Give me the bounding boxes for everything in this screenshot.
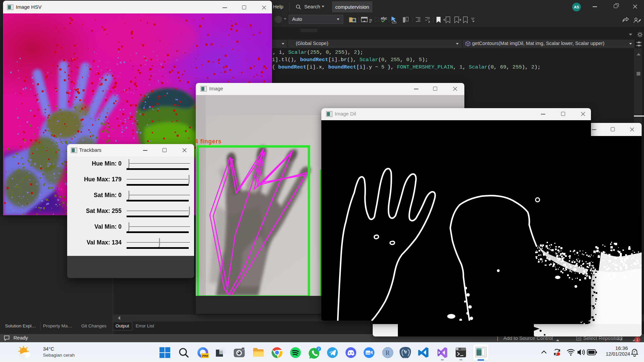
svg-text:Sat Min: 0: Sat Min: 0	[94, 192, 122, 198]
svg-text:M: M	[578, 336, 580, 340]
svg-text:Sat Max: 255: Sat Max: 255	[86, 208, 122, 214]
svg-text:zoom: zoom	[366, 352, 372, 354]
svg-text:R: R	[385, 349, 390, 356]
svg-text:4 fingers: 4 fingers	[196, 138, 222, 145]
svg-text:z: z	[634, 350, 635, 353]
svg-text:Hue Min: 0: Hue Min: 0	[92, 160, 122, 167]
svg-text:PRE: PRE	[202, 354, 209, 358]
svg-text:Hue Max: 179: Hue Max: 179	[84, 176, 122, 183]
svg-text:2: 2	[318, 347, 320, 351]
svg-text:Val Max: 134: Val Max: 134	[87, 239, 122, 246]
svg-text:Val Min: 0: Val Min: 0	[94, 223, 122, 230]
